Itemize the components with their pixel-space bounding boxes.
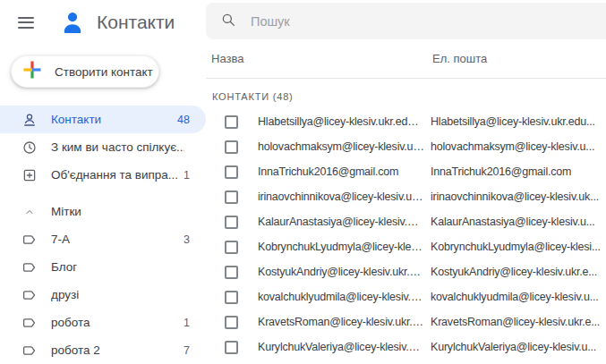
search-placeholder: Пошук <box>251 14 290 29</box>
table-row[interactable]: KurylchukValeriya@licey-klesiv.ukr.educ.… <box>206 334 606 360</box>
search-icon <box>220 12 236 31</box>
sidebar-label-name: друзі <box>51 288 184 301</box>
sidebar-label-count: 3 <box>184 233 190 246</box>
contact-name: kovalchuklyudmila@licey-klesiv.ukr.edu..… <box>258 291 424 303</box>
label-icon <box>21 343 38 359</box>
sidebar-label-blog[interactable]: Блог <box>0 253 206 281</box>
column-header-email[interactable]: Ел. пошта <box>432 52 487 65</box>
label-icon <box>21 259 38 275</box>
sidebar-label-name: 7-А <box>51 233 178 246</box>
sidebar-label-count: 7 <box>184 344 190 357</box>
contact-name: irinaovchinnikova@licey-klesiv.ukr.educ.… <box>258 190 424 203</box>
sidebar-item-frequent[interactable]: З ким ви часто спілкує... <box>0 133 206 161</box>
google-contacts-app: Контакти Створити контакт <box>0 0 606 364</box>
contact-email: irinaovchinnikova@licey-klesiv.uk... <box>431 190 602 203</box>
sidebar-nav: Контакти 48 З ким ви часто спілкує... <box>0 106 206 364</box>
row-checkbox[interactable] <box>225 291 238 304</box>
row-checkbox[interactable] <box>225 216 238 229</box>
create-contact-button[interactable]: Створити контакт <box>11 55 159 88</box>
chevron-up-icon <box>21 206 38 218</box>
contact-email: KalaurAnastasiya@licey-klesiv.u... <box>431 216 602 228</box>
contacts-group-label: КОНТАКТИ (48) <box>212 91 294 102</box>
sidebar-item-label: З ким ви часто спілкує... <box>51 140 184 154</box>
row-checkbox[interactable] <box>225 140 238 154</box>
label-icon <box>21 287 38 303</box>
contact-list: Hlabetsillya@licey-klesiv.ukr.education … <box>206 109 606 360</box>
merge-fix-icon <box>21 167 38 183</box>
contact-name: KobrynchukLyudmyla@licey-klesiv.ukr.e... <box>258 241 424 253</box>
row-checkbox[interactable] <box>225 316 238 329</box>
multicolor-plus-icon <box>22 60 42 83</box>
contact-email: InnaTrichuk2016@gmail.com <box>431 165 602 178</box>
search-input[interactable]: Пошук <box>206 3 606 39</box>
contacts-logo-icon <box>59 9 86 36</box>
contact-email: KobrynchukLyudmyla@licey-klesi... <box>431 241 602 253</box>
contact-name: KravetsRoman@licey-klesiv.ukr.educati... <box>258 316 424 328</box>
row-checkbox[interactable] <box>225 165 238 179</box>
table-header: Назва Ел. пошта <box>206 39 606 79</box>
sidebar-item-contacts[interactable]: Контакти 48 <box>0 106 206 133</box>
contact-name: holovachmaksym@licey-klesiv.ukr.educ... <box>258 140 424 153</box>
table-row[interactable]: irinaovchinnikova@licey-klesiv.ukr.educ.… <box>206 184 606 209</box>
sidebar-label-7a[interactable]: 7-А 3 <box>0 225 206 253</box>
table-row[interactable]: InnaTrichuk2016@gmail.com InnaTrichuk201… <box>206 159 606 184</box>
sidebar-item-merge-fix[interactable]: Об'єднання та випра... 1 <box>0 161 206 189</box>
row-checkbox[interactable] <box>225 341 238 354</box>
sidebar-label-friends[interactable]: друзі <box>0 281 206 309</box>
contact-email: KostyukAndriy@licey-klesiv.ukr.e... <box>431 266 602 278</box>
contact-email: KurylchukValeriya@licey-klesiv.u... <box>431 341 602 353</box>
label-icon <box>21 315 38 331</box>
contact-name: InnaTrichuk2016@gmail.com <box>258 165 424 178</box>
sidebar-label-work2[interactable]: робота 2 7 <box>0 336 206 364</box>
sidebar-item-count: 48 <box>177 114 190 126</box>
table-row[interactable]: KobrynchukLyudmyla@licey-klesiv.ukr.e...… <box>206 234 606 259</box>
contact-email: Hlabetsillya@licey-klesiv.ukr.edu... <box>431 115 602 128</box>
table-row[interactable]: KostyukAndriy@licey-klesiv.ukr.educati..… <box>206 259 606 284</box>
contact-name: KalaurAnastasiya@licey-klesiv.ukr.educ..… <box>258 216 424 228</box>
labels-section-title: Мітки <box>51 205 81 218</box>
page-title: Контакти <box>97 12 175 33</box>
topbar: Контакти <box>0 0 206 45</box>
main-pane: Пошук Назва Ел. пошта КОНТАКТИ (48) Hlab… <box>206 0 606 364</box>
sidebar: Контакти Створити контакт <box>0 0 206 364</box>
sidebar-item-count: 1 <box>184 169 190 182</box>
table-row[interactable]: kovalchuklyudmila@licey-klesiv.ukr.edu..… <box>206 284 606 309</box>
table-row[interactable]: holovachmaksym@licey-klesiv.ukr.educ... … <box>206 134 606 159</box>
sidebar-item-label: Контакти <box>51 113 172 126</box>
labels-section-header[interactable]: Мітки <box>0 198 206 225</box>
sidebar-item-label: Об'єднання та випра... <box>51 168 178 182</box>
contact-name: KurylchukValeriya@licey-klesiv.ukr.educ.… <box>258 341 424 353</box>
row-checkbox[interactable] <box>225 266 238 279</box>
contact-name: KostyukAndriy@licey-klesiv.ukr.educati..… <box>258 266 424 278</box>
history-icon <box>21 140 38 156</box>
contact-name: Hlabetsillya@licey-klesiv.ukr.education <box>258 115 424 128</box>
row-checkbox[interactable] <box>225 190 238 204</box>
contact-email: kovalchuklyudmila@licey-klesiv.u... <box>431 291 602 303</box>
create-contact-label: Створити контакт <box>55 65 153 79</box>
sidebar-label-name: робота <box>51 316 178 329</box>
person-icon <box>21 112 38 128</box>
sidebar-label-count: 1 <box>184 317 190 329</box>
contact-email: holovachmaksym@licey-klesiv.u... <box>431 140 602 153</box>
table-row[interactable]: KalaurAnastasiya@licey-klesiv.ukr.educ..… <box>206 209 606 234</box>
column-header-name[interactable]: Назва <box>211 52 432 65</box>
row-checkbox[interactable] <box>225 115 238 129</box>
table-row[interactable]: KravetsRoman@licey-klesiv.ukr.educati...… <box>206 309 606 334</box>
row-checkbox[interactable] <box>225 241 238 254</box>
hamburger-menu-icon[interactable] <box>18 17 34 29</box>
sidebar-label-name: робота 2 <box>51 343 178 357</box>
table-row[interactable]: Hlabetsillya@licey-klesiv.ukr.education … <box>206 109 606 134</box>
label-icon <box>21 232 38 248</box>
contact-email: KravetsRoman@licey-klesiv.ukr.e... <box>431 316 602 328</box>
sidebar-label-name: Блог <box>51 260 184 274</box>
sidebar-label-work[interactable]: робота 1 <box>0 309 206 336</box>
